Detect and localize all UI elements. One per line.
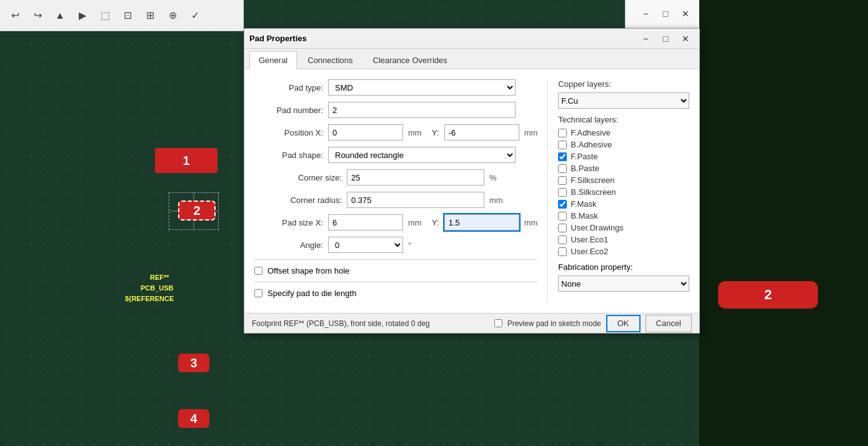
pad-size-x-unit: mm bbox=[408, 218, 422, 227]
pad-size-y-unit: mm bbox=[524, 218, 538, 227]
preview-checkbox[interactable] bbox=[494, 319, 502, 327]
bg-close-button[interactable]: ✕ bbox=[677, 5, 694, 22]
layer-b-mask-row: B.Mask bbox=[558, 211, 689, 221]
layer-user-eco1-checkbox[interactable] bbox=[558, 235, 567, 244]
pad-shape-row: Pad shape: Rounded rectangle bbox=[254, 147, 537, 163]
pad-size-y-input[interactable] bbox=[444, 214, 519, 230]
layer-b-silkscreen-checkbox[interactable] bbox=[558, 188, 567, 197]
toolbar-select2[interactable]: ⊡ bbox=[117, 6, 137, 26]
position-x-label: Position X: bbox=[254, 128, 323, 137]
position-x-unit: mm bbox=[408, 128, 422, 137]
specify-pad-row: Specify pad to die length bbox=[254, 289, 537, 298]
close-button[interactable]: ✕ bbox=[677, 30, 694, 47]
pad-type-row: Pad type: SMD bbox=[254, 79, 537, 96]
pad-3-label: 3 bbox=[190, 356, 197, 370]
pcb-name-label: PCB_USB bbox=[141, 284, 174, 292]
pad-4-label: 4 bbox=[190, 412, 197, 426]
layer-user-drawings-label: User.Drawings bbox=[571, 223, 624, 232]
bg-minimize-button[interactable]: − bbox=[637, 5, 654, 22]
toolbar-drc[interactable]: ⊕ bbox=[162, 6, 182, 26]
window-controls: − □ ✕ bbox=[637, 30, 694, 47]
position-y-unit: mm bbox=[524, 128, 538, 137]
technical-layers-title: Technical layers: bbox=[558, 115, 689, 124]
pcb-pad-3: 3 bbox=[178, 354, 209, 372]
pad-number-input[interactable] bbox=[328, 102, 516, 118]
angle-select[interactable]: 0 bbox=[328, 237, 403, 253]
layer-f-silkscreen-row: F.Silkscreen bbox=[558, 176, 689, 185]
toolbar-component[interactable]: ⊞ bbox=[140, 6, 160, 26]
right-pad-2-label: 2 bbox=[764, 287, 772, 303]
position-x-input[interactable] bbox=[328, 124, 403, 141]
pad-2-label: 2 bbox=[193, 204, 200, 218]
layer-b-adhesive-label: B.Adhesive bbox=[571, 140, 612, 149]
cancel-button[interactable]: Cancel bbox=[646, 315, 692, 332]
pad-size-x-input[interactable] bbox=[328, 214, 403, 230]
layer-b-paste-checkbox[interactable] bbox=[558, 164, 567, 173]
toolbar-select[interactable]: ⬚ bbox=[95, 6, 115, 26]
tab-general[interactable]: General bbox=[249, 51, 297, 69]
layer-b-paste-row: B.Paste bbox=[558, 164, 689, 173]
offset-shape-row: Offset shape from hole bbox=[254, 266, 537, 275]
layer-b-mask-label: B.Mask bbox=[571, 211, 597, 221]
toolbar-arrow-right[interactable]: ▶ bbox=[72, 6, 92, 26]
layer-b-mask-checkbox[interactable] bbox=[558, 212, 567, 221]
pad-1-label: 1 bbox=[182, 154, 189, 168]
pad-shape-label: Pad shape: bbox=[254, 151, 323, 160]
layer-b-paste-label: B.Paste bbox=[571, 164, 599, 173]
tab-clearance[interactable]: Clearance Overrides bbox=[364, 51, 457, 69]
corner-radius-label: Corner radius: bbox=[267, 196, 342, 205]
layer-user-eco2-checkbox[interactable] bbox=[558, 247, 567, 256]
right-pcb-area: 2 bbox=[699, 0, 868, 446]
corner-size-input[interactable] bbox=[347, 169, 484, 186]
maximize-button[interactable]: □ bbox=[657, 30, 674, 47]
corner-radius-unit: mm bbox=[489, 196, 503, 205]
pcb-ref2-label: ${REFERENCE bbox=[125, 295, 174, 302]
layer-f-adhesive-row: F.Adhesive bbox=[558, 128, 689, 137]
position-y-input[interactable] bbox=[444, 124, 519, 141]
copper-layers-title: Copper layers: bbox=[558, 79, 689, 89]
toolbar-arrow-up[interactable]: ▲ bbox=[50, 6, 70, 26]
minimize-button[interactable]: − bbox=[637, 30, 654, 47]
layer-f-silkscreen-checkbox[interactable] bbox=[558, 176, 567, 185]
left-panel: Pad type: SMD Pad number: Position X: mm… bbox=[254, 79, 537, 303]
dialog-content: Pad type: SMD Pad number: Position X: mm… bbox=[244, 69, 699, 313]
layer-f-paste-checkbox[interactable] bbox=[558, 152, 567, 161]
fab-property-select[interactable]: None bbox=[558, 275, 689, 292]
copper-layer-select[interactable]: F.Cu bbox=[558, 92, 689, 109]
pad-number-row: Pad number: bbox=[254, 102, 537, 118]
layer-f-silkscreen-label: F.Silkscreen bbox=[571, 176, 614, 185]
corner-radius-row: Corner radius: mm bbox=[254, 192, 537, 208]
layer-user-drawings-checkbox[interactable] bbox=[558, 224, 567, 232]
pad-properties-dialog: Pad Properties − □ ✕ General Connections… bbox=[244, 28, 700, 334]
ok-button[interactable]: OK bbox=[606, 315, 641, 332]
offset-shape-checkbox[interactable] bbox=[254, 267, 262, 275]
layer-user-eco1-label: User.Eco1 bbox=[571, 235, 608, 244]
corner-size-unit: % bbox=[489, 173, 502, 182]
layer-f-adhesive-checkbox[interactable] bbox=[558, 129, 567, 137]
layer-user-drawings-row: User.Drawings bbox=[558, 223, 689, 232]
pad-type-select[interactable]: SMD bbox=[328, 79, 516, 96]
background-window-header: − □ ✕ bbox=[625, 0, 699, 31]
corner-size-row: Corner size: % bbox=[254, 169, 537, 186]
layer-f-paste-label: F.Paste bbox=[571, 152, 597, 161]
divider-1 bbox=[254, 259, 537, 260]
layer-user-eco2-row: User.Eco2 bbox=[558, 247, 689, 256]
tab-connections[interactable]: Connections bbox=[298, 51, 362, 69]
layer-f-mask-checkbox[interactable] bbox=[558, 200, 567, 209]
toolbar-redo[interactable]: ↪ bbox=[27, 6, 47, 26]
toolbar-check[interactable]: ✓ bbox=[185, 6, 205, 26]
angle-row: Angle: 0 ° bbox=[254, 237, 537, 253]
layer-b-adhesive-checkbox[interactable] bbox=[558, 141, 567, 149]
corner-radius-input[interactable] bbox=[347, 192, 484, 208]
pcb-pad-1: 1 bbox=[155, 148, 217, 173]
toolbar: ↩ ↪ ▲ ▶ ⬚ ⊡ ⊞ ⊕ ✓ bbox=[0, 0, 244, 31]
pad-shape-select[interactable]: Rounded rectangle bbox=[328, 147, 516, 163]
bg-maximize-button[interactable]: □ bbox=[657, 5, 674, 22]
layer-f-adhesive-label: F.Adhesive bbox=[571, 128, 611, 137]
specify-pad-checkbox[interactable] bbox=[254, 289, 262, 297]
layer-b-silkscreen-label: B.Silkscreen bbox=[571, 187, 616, 197]
pcb-pad-2: 2 bbox=[178, 201, 216, 221]
toolbar-undo[interactable]: ↩ bbox=[5, 6, 25, 26]
preview-section: Preview pad in sketch mode OK Cancel bbox=[494, 315, 692, 332]
pad-type-label: Pad type: bbox=[254, 83, 323, 92]
